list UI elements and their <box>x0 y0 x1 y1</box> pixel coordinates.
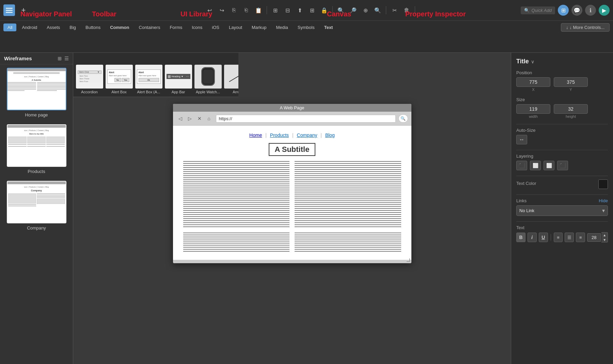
text-color-label: Text Color <box>516 181 536 186</box>
page-subtitle: A Subtitle <box>269 143 316 156</box>
filter-layout[interactable]: Layout <box>225 23 246 31</box>
navigator-toggle-button[interactable] <box>3 4 15 16</box>
comment-button[interactable]: 💬 <box>571 5 582 16</box>
browser-url-input[interactable] <box>216 115 396 123</box>
library-item-alertbox[interactable]: Alert Alert text goes here No Yes Alert … <box>105 54 133 95</box>
links-dropdown-icon: ▾ <box>602 207 605 214</box>
filter-text[interactable]: Text <box>320 23 337 31</box>
browser-search-icon[interactable]: 🔍 <box>398 114 408 123</box>
text-color-swatch[interactable] <box>598 179 608 189</box>
clipboard-button[interactable]: 📋 <box>253 5 264 16</box>
toolbar-right: 🔍 Quick Add ⊞ 💬 ℹ ▶ <box>521 5 610 16</box>
filter-buttons[interactable]: Buttons <box>81 23 105 31</box>
more-controls-button[interactable]: ↓ ↓ More Controls... <box>561 23 610 32</box>
nav-products-link[interactable]: Products <box>270 132 289 138</box>
content-column-right <box>295 161 401 227</box>
font-size-group: ▲ ▼ <box>587 232 608 242</box>
grid-view-icon[interactable]: ⊞ <box>58 56 62 61</box>
layer-front-button[interactable]: ⬛ <box>516 161 527 170</box>
filter-media[interactable]: Media <box>272 23 292 31</box>
page-item-company[interactable]: icon|Products|Content|Blog Company <box>3 181 69 231</box>
size-height-input[interactable] <box>554 104 588 114</box>
nav-home-link[interactable]: Home <box>249 132 262 138</box>
lock-button[interactable]: 🔒 <box>319 5 330 16</box>
corner-resize-handle[interactable] <box>407 258 410 262</box>
quick-add-search[interactable]: 🔍 Quick Add <box>521 6 555 14</box>
layering-row: ⬛ ⬜ ⬜ ⬛ <box>516 161 608 170</box>
layer-forward-button[interactable]: ⬜ <box>530 161 541 170</box>
filter-big[interactable]: Big <box>65 23 80 31</box>
library-item-arrow[interactable]: Arrow <box>223 54 238 95</box>
trash-button[interactable]: 🗑 <box>401 5 412 16</box>
export-button[interactable]: ⬆ <box>294 5 305 16</box>
italic-button[interactable]: i <box>528 233 537 242</box>
autosize-button[interactable]: ↔ <box>516 135 527 144</box>
filter-markup[interactable]: Markup <box>248 23 270 31</box>
align-left-button[interactable]: ≡ <box>554 233 563 242</box>
filter-assets[interactable]: Assets <box>43 23 64 31</box>
library-item-applewatch[interactable]: Apple Watch... <box>193 54 222 95</box>
hide-link[interactable]: Hide <box>599 198 608 203</box>
page-item-home[interactable]: icon|Products|Content|Blog A Subtitle <box>3 68 69 117</box>
size-width-label: width <box>516 114 550 118</box>
align-right-button[interactable]: ≡ <box>576 233 585 242</box>
search2-button[interactable]: 🔎 <box>348 5 359 16</box>
add-button[interactable]: + <box>18 4 29 16</box>
font-size-input[interactable] <box>587 233 601 242</box>
filter-common[interactable]: Common <box>106 23 133 31</box>
browser-home-button[interactable]: ⌂ <box>205 114 213 123</box>
underline-button[interactable]: U <box>539 233 548 242</box>
library-label-accordion: Accordion <box>81 90 98 94</box>
nav-company-link[interactable]: Company <box>297 132 317 138</box>
play-button[interactable]: ▶ <box>599 5 610 16</box>
layer-backward-button[interactable]: ⬜ <box>544 161 554 170</box>
autosize-section: Auto-Size ↔ <box>516 128 608 144</box>
resize-handle[interactable] <box>173 260 411 263</box>
filter-containers[interactable]: Containers <box>135 23 164 31</box>
library-item-accordion[interactable]: Item One ▼ Item Two Item Three Item Four… <box>75 54 104 95</box>
nav-blog-link[interactable]: Blog <box>325 132 335 138</box>
browser-close-button[interactable]: ✕ <box>195 114 204 123</box>
inspector-toggle-button[interactable]: ⊞ <box>558 5 569 16</box>
list-view-icon[interactable]: ☰ <box>64 56 69 61</box>
library-item-appbar[interactable]: Heading ▼ ⋯ App Bar <box>164 54 193 95</box>
browser-back-button[interactable]: ◁ <box>176 114 185 123</box>
copy-button[interactable]: ⎘ <box>229 5 239 16</box>
font-size-down-button[interactable]: ▼ <box>601 237 608 242</box>
filter-symbols[interactable]: Symbols <box>294 23 319 31</box>
library-item-arrow-preview <box>224 65 239 89</box>
page-item-products[interactable]: icon|Products|Content|Blog Here is my ti… <box>3 124 69 174</box>
browser-forward-button[interactable]: ▷ <box>186 114 194 123</box>
text-section: Text B i U ≡ ☰ ≡ ▲ ▼ <box>516 225 608 242</box>
undo-button[interactable]: ↩ <box>204 5 215 16</box>
zoom-button[interactable]: ⊕ <box>360 5 371 16</box>
filter-icons[interactable]: Icons <box>188 23 206 31</box>
filter-forms[interactable]: Forms <box>166 23 186 31</box>
font-size-up-button[interactable]: ▲ <box>601 233 608 237</box>
prop-chevron-icon[interactable]: ∨ <box>531 59 534 64</box>
size-width-input[interactable] <box>516 104 550 114</box>
search1-button[interactable]: 🔍 <box>335 5 346 16</box>
filter-all[interactable]: All <box>3 23 16 31</box>
filter-android[interactable]: Android <box>18 23 41 31</box>
bold-button[interactable]: B <box>516 233 525 242</box>
property-panel: Title ∨ Position X Y Size width heig <box>511 53 613 364</box>
redo-button[interactable]: ↪ <box>216 5 227 16</box>
grid-button[interactable]: ⊞ <box>306 5 317 16</box>
prop-divider5 <box>516 221 608 222</box>
filter-ios[interactable]: iOS <box>208 23 223 31</box>
position-x-input[interactable] <box>516 77 550 87</box>
position-y-input[interactable] <box>554 77 588 87</box>
more-controls-label: ↓ More Controls... <box>569 25 604 30</box>
layering-label: Layering <box>516 154 608 159</box>
layer-back-button[interactable]: ⬛ <box>557 161 568 170</box>
ungroup-button[interactable]: ⊟ <box>282 5 293 16</box>
info-button[interactable]: ℹ <box>585 5 596 16</box>
library-item-alertbox2[interactable]: Alert Alert text goes here Ok Alert Box … <box>134 54 163 95</box>
group-button[interactable]: ⊞ <box>270 5 281 16</box>
cut-button[interactable]: ✂ <box>389 5 400 16</box>
align-center-button[interactable]: ☰ <box>565 233 574 242</box>
filter-row: All Android Assets Big Buttons Common Co… <box>0 20 613 34</box>
paste-button[interactable]: ⎗ <box>241 5 252 16</box>
search3-button[interactable]: 🔍 <box>372 5 383 16</box>
